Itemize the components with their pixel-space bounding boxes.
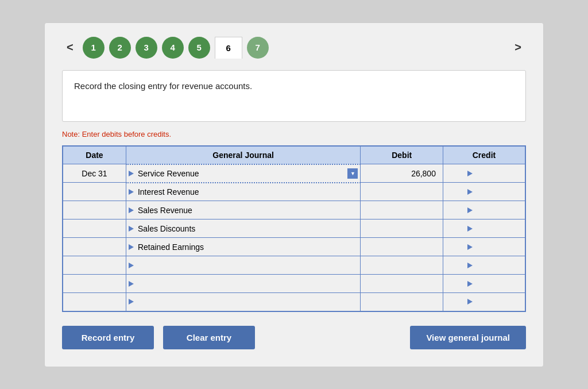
- credit-input[interactable]: [474, 169, 520, 178]
- debit-cell[interactable]: [361, 164, 443, 183]
- step-7[interactable]: 7: [247, 37, 269, 59]
- table-row: Dec 31 Service Revenue: [63, 164, 525, 183]
- debit-input[interactable]: [365, 297, 438, 306]
- debit-cell[interactable]: [361, 293, 443, 311]
- step-6-tab[interactable]: 6: [215, 37, 242, 59]
- header-date: Date: [63, 146, 126, 164]
- journal-cell: Sales Discounts: [126, 219, 361, 238]
- journal-cell: Retained Earnings: [126, 238, 361, 256]
- step-5[interactable]: 5: [188, 37, 210, 59]
- instruction-box: Record the closing entry for revenue acc…: [62, 70, 526, 122]
- credit-input[interactable]: [474, 261, 520, 270]
- date-cell: [63, 219, 126, 238]
- journal-entry-text: Sales Revenue: [136, 206, 358, 215]
- view-journal-button[interactable]: View general journal: [410, 326, 526, 349]
- credit-cell[interactable]: [443, 164, 525, 183]
- credit-indicator: [467, 226, 473, 232]
- credit-indicator: [467, 299, 473, 305]
- table-row: [63, 293, 525, 311]
- header-credit: Credit: [443, 146, 525, 164]
- credit-indicator: [467, 281, 473, 287]
- credit-indicator: [467, 189, 473, 195]
- date-cell: [63, 183, 126, 201]
- credit-input[interactable]: [474, 297, 520, 306]
- credit-indicator: [467, 244, 473, 250]
- debit-input[interactable]: [365, 261, 438, 270]
- clear-entry-button[interactable]: Clear entry: [163, 326, 255, 349]
- journal-cell: [126, 275, 361, 293]
- table-row: [63, 275, 525, 293]
- debit-cell[interactable]: [361, 219, 443, 238]
- row-indicator: [129, 226, 134, 232]
- date-cell: [63, 275, 126, 293]
- header-debit: Debit: [361, 146, 443, 164]
- credit-cell[interactable]: [443, 201, 525, 219]
- journal-entry-text: Retained Earnings: [136, 242, 358, 252]
- credit-input[interactable]: [474, 206, 520, 215]
- debit-input[interactable]: [365, 242, 438, 252]
- debit-input[interactable]: [365, 279, 438, 288]
- dropdown-button[interactable]: [347, 168, 358, 179]
- journal-cell: Interest Revenue: [126, 183, 361, 201]
- credit-indicator: [467, 207, 473, 213]
- journal-cell: [126, 293, 361, 311]
- debit-input[interactable]: [365, 206, 438, 215]
- step-3[interactable]: 3: [136, 37, 157, 59]
- journal-cell: Sales Revenue: [126, 201, 361, 219]
- table-row: [63, 256, 525, 275]
- journal-entry-text: Sales Discounts: [136, 224, 358, 233]
- credit-cell[interactable]: [443, 293, 525, 311]
- credit-cell[interactable]: [443, 238, 525, 256]
- date-cell: [63, 238, 126, 256]
- journal-cell: [126, 256, 361, 275]
- row-indicator: [129, 171, 134, 176]
- debit-cell[interactable]: [361, 238, 443, 256]
- date-cell: [63, 201, 126, 219]
- prev-button[interactable]: <: [62, 38, 78, 56]
- row-indicator: [129, 263, 134, 268]
- credit-cell[interactable]: [443, 275, 525, 293]
- row-indicator: [129, 207, 134, 213]
- journal-entry-text: Interest Revenue: [136, 187, 358, 197]
- credit-input[interactable]: [474, 242, 520, 252]
- row-indicator: [129, 299, 134, 305]
- buttons-row: Record entry Clear entry View general jo…: [62, 326, 526, 349]
- credit-cell[interactable]: [443, 219, 525, 238]
- credit-indicator: [467, 171, 473, 176]
- next-button[interactable]: >: [510, 38, 526, 56]
- row-indicator: [129, 189, 134, 195]
- date-cell: Dec 31: [63, 164, 126, 183]
- credit-input[interactable]: [474, 187, 520, 197]
- credit-input[interactable]: [474, 279, 520, 288]
- table-row: Interest Revenue: [63, 183, 525, 201]
- date-cell: [63, 256, 126, 275]
- debit-input[interactable]: [365, 187, 438, 197]
- credit-cell[interactable]: [443, 183, 525, 201]
- row-indicator: [129, 281, 134, 287]
- debit-cell[interactable]: [361, 275, 443, 293]
- step-4[interactable]: 4: [162, 37, 184, 59]
- journal-entry-text: Service Revenue: [136, 169, 347, 178]
- table-row: Sales Discounts: [63, 219, 525, 238]
- debit-input[interactable]: [365, 224, 438, 233]
- instruction-text: Record the closing entry for revenue acc…: [74, 81, 252, 91]
- step-1[interactable]: 1: [83, 37, 105, 59]
- step-2[interactable]: 2: [109, 37, 131, 59]
- row-indicator: [129, 244, 134, 250]
- debit-cell[interactable]: [361, 201, 443, 219]
- journal-table: Date General Journal Debit Credit Dec 31…: [62, 145, 526, 312]
- debit-cell[interactable]: [361, 183, 443, 201]
- date-cell: [63, 293, 126, 311]
- navigation-row: < 1 2 3 4 5 6 7 >: [62, 37, 526, 59]
- record-entry-button[interactable]: Record entry: [62, 326, 154, 349]
- credit-cell[interactable]: [443, 256, 525, 275]
- journal-cell[interactable]: Service Revenue: [126, 164, 361, 183]
- main-container: < 1 2 3 4 5 6 7 > Record the closing ent…: [44, 22, 544, 367]
- debit-cell[interactable]: [361, 256, 443, 275]
- note-text: Note: Enter debits before credits.: [62, 130, 526, 138]
- table-row: Retained Earnings: [63, 238, 525, 256]
- header-journal: General Journal: [126, 146, 361, 164]
- debit-input[interactable]: [365, 169, 438, 178]
- credit-input[interactable]: [474, 224, 520, 233]
- table-row: Sales Revenue: [63, 201, 525, 219]
